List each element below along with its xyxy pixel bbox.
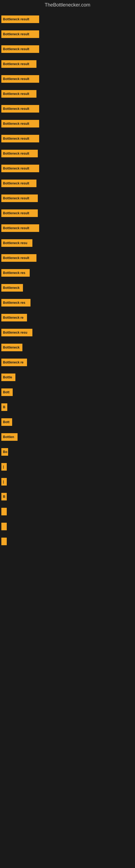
bar-row: Bottleneck result — [1, 220, 135, 236]
bottleneck-bar[interactable]: B — [1, 403, 7, 411]
bar-row: Bottleneck result — [1, 86, 135, 101]
bottleneck-bar[interactable]: Bottleneck resu — [1, 239, 32, 247]
bottleneck-bar[interactable]: Bottleneck result — [1, 209, 38, 217]
bar-label: Bottleneck result — [3, 256, 29, 260]
bar-label: Bottleneck result — [3, 122, 29, 126]
bottleneck-bar[interactable] — [1, 508, 7, 516]
bar-row — [1, 504, 135, 519]
bar-label: Bottleneck result — [3, 32, 29, 36]
bar-label: Bottleneck resu — [3, 331, 27, 335]
bar-row: Bottleneck resu — [1, 236, 135, 250]
bar-row: Bottleneck — [1, 340, 135, 355]
bar-row: Bottleneck result — [1, 41, 135, 56]
bar-label: Bottle — [3, 375, 12, 379]
bottleneck-bar[interactable]: Bottleneck result — [1, 60, 37, 68]
bar-label: Bottleneck result — [3, 107, 29, 111]
bottleneck-bar[interactable]: | — [1, 478, 7, 486]
site-title: TheBottlenecker.com — [0, 0, 135, 9]
bar-row: Bottleneck result — [1, 206, 135, 220]
bottleneck-bar[interactable]: B — [1, 493, 7, 500]
bar-label: Bottleneck result — [3, 166, 29, 170]
bottleneck-bar[interactable]: Bottleneck re — [1, 314, 27, 321]
bar-row: B — [1, 489, 135, 504]
bottleneck-bar[interactable]: Bottleneck result — [1, 165, 39, 172]
bar-label: Bottleneck result — [3, 77, 29, 81]
bar-row — [1, 519, 135, 534]
bar-row: Bottleneck result — [1, 101, 135, 116]
bar-row: Bott — [1, 414, 135, 429]
bottleneck-bar[interactable] — [1, 523, 7, 530]
bar-row: Bottleneck — [1, 280, 135, 295]
bottleneck-bar[interactable]: Bottleneck result — [1, 90, 37, 98]
bar-label: Bottleneck res — [3, 271, 26, 275]
bar-label: Bott — [3, 420, 9, 424]
bar-label: Bottleneck result — [3, 196, 29, 200]
bar-label: Bottleneck result — [3, 62, 29, 66]
bar-row: Bottleneck re — [1, 355, 135, 370]
bar-row: Bo — [1, 444, 135, 459]
bottleneck-bar[interactable]: Bott — [1, 389, 13, 396]
bar-label: Bottleneck result — [3, 47, 29, 51]
bar-label: Bottleneck result — [3, 182, 29, 185]
bar-label: Bottleneck result — [3, 211, 29, 215]
bottleneck-bar[interactable]: Bottleneck result — [1, 135, 39, 143]
bottleneck-bar[interactable]: Bottleneck resu — [1, 329, 32, 336]
bottleneck-bar[interactable]: Bottleneck result — [1, 150, 38, 157]
bottleneck-bar[interactable]: Bottlen — [1, 433, 17, 441]
bottleneck-bar[interactable]: Bottleneck res — [1, 269, 30, 277]
bottleneck-bar[interactable]: Bottleneck result — [1, 180, 37, 187]
bar-label: Bottleneck res — [3, 301, 26, 305]
bottleneck-bar[interactable]: Bottleneck result — [1, 16, 39, 23]
bars-container: Bottleneck resultBottleneck resultBottle… — [0, 9, 135, 549]
bar-row: Bottleneck result — [1, 56, 135, 71]
bottleneck-bar[interactable]: Bottleneck result — [1, 45, 39, 53]
bottleneck-bar[interactable]: Bottleneck result — [1, 75, 39, 83]
bar-label: B — [3, 405, 5, 409]
bar-row: Bott — [1, 384, 135, 400]
bottleneck-bar[interactable]: Bottleneck result — [1, 105, 39, 113]
bar-row: Bottleneck result — [1, 161, 135, 176]
bar-row: Bottleneck result — [1, 27, 135, 41]
bottleneck-bar[interactable]: Bottleneck res — [1, 299, 31, 307]
bottleneck-bar[interactable]: Bottleneck result — [1, 224, 39, 232]
bar-label: B — [3, 495, 5, 499]
bottleneck-bar[interactable]: Bo — [1, 448, 8, 456]
bottleneck-bar[interactable]: Bottleneck — [1, 344, 22, 351]
bottleneck-bar[interactable]: | — [1, 463, 7, 471]
bar-row: Bottlen — [1, 429, 135, 444]
bottleneck-bar[interactable]: Bottleneck result — [1, 30, 39, 38]
bar-row: Bottleneck result — [1, 146, 135, 161]
bar-label: | — [3, 480, 4, 484]
bar-row: | — [1, 474, 135, 489]
bar-row: | — [1, 459, 135, 474]
bottleneck-bar[interactable]: Bottleneck result — [1, 120, 39, 127]
bar-label: Bottleneck re — [3, 361, 24, 364]
bar-label: Bottleneck — [3, 286, 19, 290]
bar-label: Bottleneck resu — [3, 241, 27, 245]
bottleneck-bar[interactable]: Bottleneck result — [1, 254, 37, 262]
bar-row: Bottleneck result — [1, 12, 135, 27]
bar-label: Bo — [3, 450, 7, 454]
title-text: TheBottlenecker.com — [45, 2, 90, 8]
bottleneck-bar[interactable]: Bottleneck result — [1, 194, 38, 202]
bar-row: B — [1, 400, 135, 414]
bottleneck-bar[interactable]: Bottleneck re — [1, 359, 27, 366]
bar-row: Bottleneck res — [1, 295, 135, 310]
bottleneck-bar[interactable]: Bott — [1, 418, 12, 426]
bar-row: Bottleneck result — [1, 250, 135, 265]
bar-row: Bottleneck result — [1, 131, 135, 146]
bar-label: Bottleneck result — [3, 92, 29, 96]
bottleneck-bar[interactable]: Bottle — [1, 373, 15, 381]
bottleneck-bar[interactable] — [1, 538, 7, 545]
bar-label: Bott — [3, 390, 9, 394]
bar-label: Bottleneck result — [3, 137, 29, 141]
bar-row: Bottleneck result — [1, 191, 135, 206]
bar-row: Bottleneck result — [1, 71, 135, 86]
bar-label: Bottleneck result — [3, 226, 29, 230]
bar-row: Bottleneck re — [1, 310, 135, 325]
bar-label: Bottleneck — [3, 346, 19, 349]
bottleneck-bar[interactable]: Bottleneck — [1, 284, 23, 291]
bar-row: Bottleneck result — [1, 176, 135, 191]
bar-label: Bottlen — [3, 435, 14, 439]
bar-label: Bottleneck re — [3, 316, 24, 319]
